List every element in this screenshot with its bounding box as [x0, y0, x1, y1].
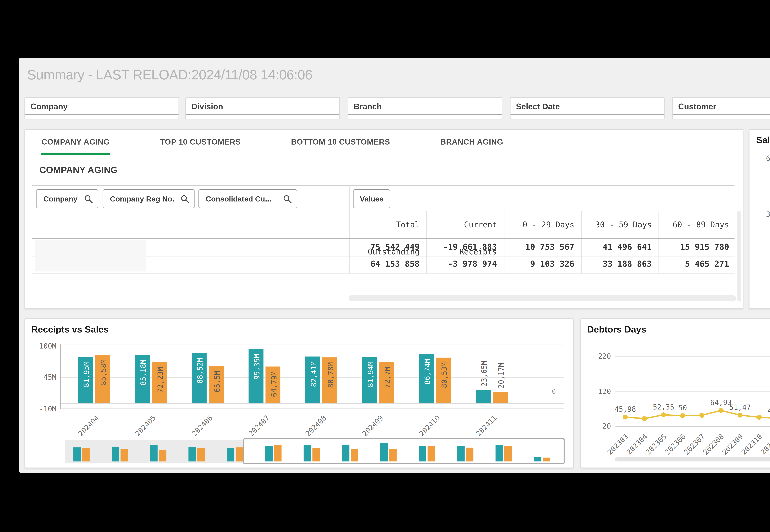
- y-axis-tick-label: -10M: [39, 405, 56, 413]
- mini-orange-bar: [159, 450, 166, 461]
- y-axis-tick-label: 220: [598, 352, 611, 360]
- filter-field-customer[interactable]: Customer: [672, 97, 770, 119]
- y-axis-tick-label: 120: [598, 387, 611, 396]
- filter-field-division[interactable]: Division: [185, 97, 340, 119]
- column-header[interactable]: 0 - 29 Days: [504, 211, 581, 238]
- selector-company-reg-no-[interactable]: Company Reg No.: [103, 189, 195, 208]
- filter-field-company[interactable]: Company: [24, 97, 179, 119]
- bar-value-label: 64,79M: [270, 371, 278, 397]
- data-point-202308[interactable]: [719, 408, 724, 413]
- bar-value-label: 86,74M: [423, 359, 432, 385]
- teal-bar-202411[interactable]: [476, 390, 491, 403]
- bar-value-label: 95,35M: [253, 354, 261, 380]
- bar-value-label: 80,53M: [440, 362, 449, 388]
- mini-orange-bar: [236, 447, 243, 461]
- filter-field-label: Company: [30, 102, 68, 111]
- tab-bottom-10-customers[interactable]: BOTTOM 10 CUSTOMERS: [291, 138, 390, 155]
- bar-value-label: 81,95M: [82, 361, 91, 387]
- debtors-horizontal-scrollbar[interactable]: [615, 457, 770, 461]
- x-axis-tick-label: 202410: [418, 414, 442, 438]
- bar-value-label: 88,52M: [196, 358, 204, 383]
- data-point-202307[interactable]: [699, 413, 704, 418]
- mini-teal-bar: [496, 445, 503, 461]
- mini-teal-bar: [534, 457, 541, 461]
- tab-top-10-customers[interactable]: TOP 10 CUSTOMERS: [160, 138, 241, 155]
- point-value-label: 52,35: [653, 403, 674, 411]
- mini-teal-bar: [342, 445, 349, 461]
- table-cell: 33 188 863: [581, 256, 659, 273]
- search-icon: [84, 195, 93, 204]
- company-aging-panel: COMPANY AGINGTOP 10 CUSTOMERSBOTTOM 10 C…: [24, 129, 743, 309]
- orange-bar-202411[interactable]: [493, 392, 508, 403]
- column-header[interactable]: Current Receipts: [426, 211, 504, 238]
- selector-consolidated-cu-[interactable]: Consolidated Cu...: [198, 189, 297, 208]
- mini-orange-bar: [121, 449, 128, 461]
- data-point-202310[interactable]: [757, 415, 762, 420]
- mini-orange-bar: [504, 446, 512, 461]
- x-axis-tick-label: 202309: [721, 432, 745, 456]
- x-axis-tick-label: 202406: [190, 414, 214, 438]
- mini-teal-bar: [188, 447, 196, 461]
- selector-company[interactable]: Company: [36, 189, 99, 208]
- table-cell: 75 542 449: [349, 239, 427, 256]
- bar-value-label: 81,94M: [366, 362, 375, 387]
- sheet: Summary - LAST RELOAD:2024/11/08 14:06:0…: [19, 58, 770, 473]
- data-point-202306[interactable]: [680, 413, 685, 418]
- search-icon: [283, 195, 292, 204]
- x-axis-tick-label: 202409: [361, 414, 385, 438]
- filter-field-label: Division: [191, 102, 223, 111]
- data-point-202305[interactable]: [661, 412, 666, 417]
- tab-branch-aging[interactable]: BRANCH AGING: [440, 138, 503, 155]
- tab-company-aging[interactable]: COMPANY AGING: [41, 138, 110, 155]
- filter-field-select-date[interactable]: Select Date: [510, 97, 665, 119]
- bar-value-label: 23,65M: [480, 361, 488, 386]
- mini-orange-bar: [543, 458, 550, 461]
- debtors-line-chart: 2201202045,9820230320230452,352023055020…: [581, 335, 770, 469]
- receipts-chart-title: Receipts vs Sales: [31, 324, 109, 335]
- filter-field-label: Select Date: [516, 102, 560, 111]
- receipts-bar-chart: 100M45M-10M81,95M85,58M20240485,18M72,23…: [25, 335, 574, 469]
- values-column-button[interactable]: Values: [353, 189, 390, 208]
- filter-field-label: Customer: [678, 102, 716, 111]
- mini-chart-selection-window[interactable]: [244, 439, 564, 464]
- bar-value-label: 85,18M: [139, 360, 147, 385]
- mini-orange-bar: [466, 448, 474, 461]
- filter-field-label: Branch: [354, 102, 382, 111]
- mini-teal-bar: [419, 446, 426, 461]
- mini-orange-bar: [428, 446, 435, 461]
- column-header[interactable]: 30 - 59 Days: [581, 211, 659, 238]
- mini-orange-bar: [82, 448, 89, 461]
- mini-teal-bar: [112, 447, 119, 461]
- table-vertical-scrollbar[interactable]: [737, 211, 741, 301]
- table-row[interactable]: 64 153 858-3 978 9749 103 32633 188 8635…: [349, 256, 736, 273]
- x-axis-tick-label: 202303: [606, 432, 630, 456]
- x-axis-tick-label: 202307: [682, 432, 706, 456]
- company-aging-heading: COMPANY AGING: [39, 165, 118, 175]
- mini-teal-bar: [73, 447, 81, 461]
- table-row[interactable]: 75 542 449-19 661 88310 753 56741 496 64…: [349, 239, 736, 256]
- mini-teal-bar: [380, 443, 388, 461]
- mini-teal-bar: [227, 448, 234, 461]
- data-point-202303[interactable]: [623, 415, 628, 419]
- x-axis-tick-label: 202411: [474, 414, 498, 438]
- mini-teal-bar: [265, 446, 272, 461]
- table-cell: 64 153 858: [349, 256, 427, 273]
- filter-field-branch[interactable]: Branch: [347, 97, 502, 119]
- table-cell: 5 465 271: [659, 256, 736, 273]
- sales-percent-panel: Sales as a % of total receivables 65,0%3…: [749, 129, 770, 309]
- table-cell: -19 661 883: [426, 239, 504, 256]
- y-axis-tick-label: 100M: [39, 342, 56, 350]
- row-separator: [32, 273, 734, 273]
- data-point-202309[interactable]: [738, 413, 743, 418]
- table-horizontal-scrollbar[interactable]: [349, 295, 736, 301]
- qlik-dashboard: Summary - LAST RELOAD:2024/11/08 14:06:0…: [0, 0, 770, 532]
- x-axis-tick-label: 202404: [77, 414, 101, 438]
- column-header[interactable]: 60 - 89 Days: [659, 211, 736, 238]
- data-point-202304[interactable]: [642, 416, 647, 421]
- table-cell: 9 103 326: [504, 256, 581, 273]
- x-axis-tick-label: 202306: [663, 432, 687, 456]
- y-axis-tick-label: 32,5%: [766, 210, 770, 218]
- column-header[interactable]: Total Outstanding: [349, 211, 427, 238]
- bar-value-label: 72,23M: [156, 367, 164, 393]
- bar-value-label: 82,41M: [309, 361, 318, 387]
